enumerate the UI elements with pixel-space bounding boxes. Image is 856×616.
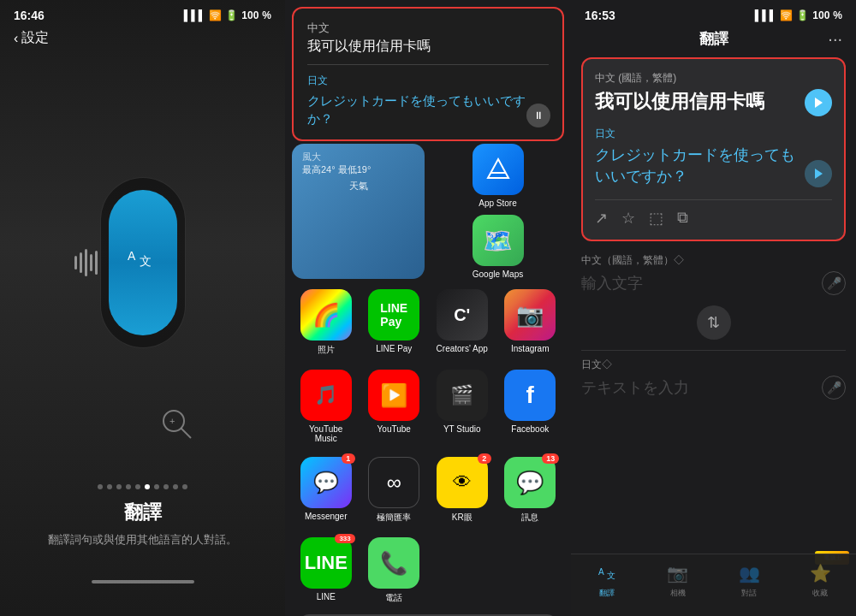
photos-icon: 🌈 — [300, 289, 352, 341]
share-icon[interactable]: ↗ — [595, 209, 608, 228]
instagram-label: Instagram — [511, 344, 549, 353]
app-messages[interactable]: 💬 13 訊息 — [503, 457, 558, 524]
more-icon[interactable]: ⧉ — [677, 209, 688, 228]
app-googlemaps[interactable]: 🗺️ Google Maps — [431, 215, 564, 279]
app-linepay[interactable]: LINEPay LINE Pay — [367, 289, 422, 356]
app-photos[interactable]: 🌈 照片 — [299, 289, 354, 356]
photos-label: 照片 — [318, 344, 335, 356]
creators-icon: C' — [437, 289, 488, 341]
weather-temp-range: 最高24° 最低19° — [302, 163, 414, 176]
linepay-icon: LINEPay — [368, 289, 419, 341]
minimal-icon: ∞ — [368, 457, 419, 508]
favorites-tab-icon: ⭐ — [808, 561, 832, 585]
swap-button[interactable]: ⇅ — [697, 305, 731, 340]
app-appstore[interactable]: App Store — [431, 144, 564, 208]
battery-pct: 100 — [241, 9, 259, 21]
tab-camera[interactable]: 📷 相機 — [666, 561, 690, 599]
translation-result-card: 中文 (國語，繁體) 我可以使用信用卡嗎 日文 クレジットカードを使ってもいいで… — [581, 57, 846, 241]
maps-icon: 🗺️ — [473, 215, 524, 266]
phone-label: 電話 — [385, 592, 402, 604]
app-ytmusic[interactable]: 🎵 YouTube Music — [299, 370, 354, 443]
translate-tab-icon: A 文 — [595, 561, 619, 585]
app-messenger[interactable]: 💬 1 Messenger — [299, 457, 354, 524]
app-ytstudio[interactable]: 🎬 YT Studio — [435, 370, 490, 443]
messages-badge: 13 — [542, 453, 559, 464]
appstore-icon — [473, 144, 524, 195]
p3-status-bar: 16:53 ▌▌▌ 🛜 🔋 100% — [571, 0, 856, 22]
target-translation-text: クレジットカードを使ってもいいですか？ — [595, 145, 798, 187]
swap-languages-area: ⇅ — [571, 305, 856, 340]
battery-icon: 🔋 — [225, 9, 238, 21]
time-1: 16:46 — [14, 9, 45, 22]
creators-label: Creators' App — [437, 344, 488, 353]
messenger-badge: 1 — [342, 453, 355, 464]
app-youtube[interactable]: ▶️ YouTube — [367, 370, 422, 443]
tab-favorites[interactable]: ⭐ 收藏 — [808, 561, 832, 599]
svg-line-3 — [181, 429, 191, 438]
siri-divider — [307, 64, 549, 65]
app-grid: 🌈 照片 LINEPay LINE Pay C' Creators' App 📷… — [285, 282, 571, 611]
app-facebook[interactable]: f Facebook — [503, 370, 558, 443]
panel-translation-app: 16:53 ▌▌▌ 🛜 🔋 100% 翻譯 ··· 中文 (國語，繁體) 我可以… — [571, 0, 856, 616]
app-minimal[interactable]: ∞ 極簡匯率 — [367, 457, 422, 524]
translate-icon: A 文 — [126, 243, 160, 281]
home-indicator-area — [92, 548, 194, 616]
weather-widget[interactable]: 風大 最高24° 最低19° 天氣 — [292, 144, 425, 279]
sound-waves-left — [74, 249, 98, 276]
ytstudio-icon: 🎬 — [437, 370, 488, 421]
play-target-button[interactable] — [805, 160, 832, 187]
favorite-icon[interactable]: ☆ — [621, 209, 635, 228]
app-desc: 翻譯詞句或與使用其他語言的人對話。 — [21, 532, 265, 548]
siri-translation-overlay[interactable]: 中文 我可以使用信用卡嗎 日文 クレジットカードを使ってもいいですか？ ⏸ — [292, 7, 564, 141]
siri-source-lang: 中文 — [307, 21, 549, 36]
target-mic-button[interactable]: 🎤 — [822, 376, 846, 400]
facebook-label: Facebook — [511, 424, 549, 434]
tab-translate[interactable]: A 文 翻譯 — [595, 561, 619, 599]
line-icon: LINE 333 — [300, 537, 352, 589]
back-button[interactable]: ‹ 設定 — [0, 22, 285, 54]
translation-actions: ↗ ☆ ⬚ ⧉ — [595, 199, 832, 228]
source-input-placeholder[interactable]: 輸入文字 — [581, 273, 643, 293]
target-input-placeholder[interactable]: テキストを入力 — [581, 377, 689, 398]
weather-name: 天氣 — [302, 180, 414, 192]
siri-pill: A 文 — [100, 177, 186, 348]
top-widget-row: 風大 最高24° 最低19° 天氣 App Store 🗺️ Google M — [285, 144, 571, 282]
app-instagram[interactable]: 📷 Instagram — [503, 289, 558, 356]
app-krone[interactable]: 👁 2 KR眼 — [435, 457, 490, 524]
source-translation-text: 我可以使用信用卡嗎 — [595, 89, 832, 116]
krone-badge: 2 — [478, 453, 491, 464]
page-dots — [98, 484, 187, 489]
translation-app-title: 翻譯 — [699, 29, 728, 49]
p3-signal-icon: ▌▌▌ — [755, 9, 777, 21]
source-input-row: 輸入文字 🎤 — [581, 271, 846, 295]
target-input-lang[interactable]: 日文◇ — [581, 358, 846, 372]
input-divider — [581, 350, 846, 351]
more-options-button[interactable]: ··· — [828, 29, 842, 49]
copy-icon[interactable]: ⬚ — [649, 209, 663, 228]
ytmusic-label: YouTube Music — [299, 424, 354, 443]
bottom-tab-bar: A 文 翻譯 📷 相機 👥 對話 ⭐ 收藏 — [571, 554, 856, 616]
app-phone[interactable]: 📞 電話 — [367, 537, 422, 604]
svg-text:文: 文 — [607, 571, 615, 580]
line-badge: 333 — [335, 534, 354, 543]
chevron-left-icon: ‹ — [14, 31, 18, 46]
siri-pill-inner: A 文 — [109, 190, 177, 335]
weather-wind-label: 風大 — [302, 151, 414, 163]
messenger-label: Messenger — [305, 512, 347, 521]
svg-text:文: 文 — [140, 254, 152, 268]
target-input-section: 日文◇ テキストを入力 🎤 — [581, 358, 846, 400]
youtube-label: YouTube — [377, 424, 411, 434]
play-source-button[interactable] — [805, 89, 832, 116]
camera-tab-icon: 📷 — [666, 561, 690, 585]
tab-conversation[interactable]: 👥 對話 — [737, 561, 761, 599]
app-creators[interactable]: C' Creators' App — [435, 289, 490, 356]
pause-button[interactable]: ⏸ — [526, 104, 550, 127]
app-title: 翻譯 — [124, 500, 162, 525]
conversation-tab-icon: 👥 — [737, 561, 761, 585]
ytmusic-icon: 🎵 — [300, 370, 352, 421]
linepay-label: LINE Pay — [376, 344, 412, 353]
app-line[interactable]: LINE 333 LINE — [299, 537, 354, 604]
target-translation-row: クレジットカードを使ってもいいですか？ — [595, 145, 832, 187]
source-input-lang[interactable]: 中文（國語，繁體）◇ — [581, 253, 846, 268]
source-mic-button[interactable]: 🎤 — [822, 271, 846, 295]
